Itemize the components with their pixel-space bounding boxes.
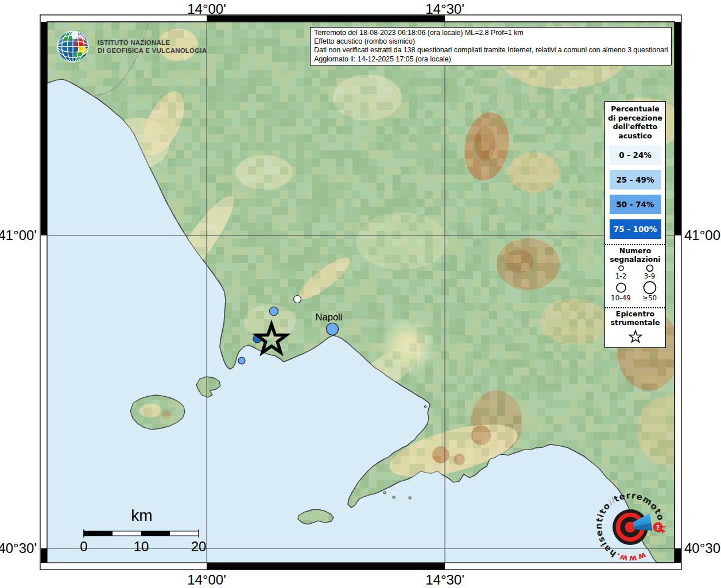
place-label-napoli: Napoli — [306, 312, 352, 323]
axis-label-right-bottom: 40°30' — [684, 540, 721, 556]
scale-tick-0: 0 — [80, 539, 87, 555]
haisentito-watermark-logo: ? www.haisentitoilterremoto.it — [584, 481, 676, 573]
ingv-name-line1: ISTITUTO NAZIONALE — [98, 38, 207, 47]
scale-tick-10: 10 — [134, 539, 149, 555]
axis-label-left-bottom: 40°30' — [0, 540, 37, 556]
felt-report-marker — [294, 296, 301, 303]
epicenter-star-icon — [627, 329, 644, 345]
scale-tick-20: 20 — [191, 539, 207, 555]
legend-title-epicentro: Epicentro strumentale — [610, 310, 660, 327]
axis-label-bottom-left: 14°00' — [187, 572, 226, 588]
event-info-box: Terremoto del 18-08-2023 06:18:06 (ora l… — [310, 27, 672, 65]
legend-class-25-49: 25 - 49% — [610, 170, 661, 189]
scale-unit: km — [75, 506, 209, 525]
legend-size-key: 1-2 3-9 10-49 ≥50 — [607, 264, 664, 302]
legend-title-segnalazioni: Numero segnalazioni — [610, 246, 660, 264]
haisentitoilterremoto-map: Napoli 14°00' 14°30' 14°00' 14°30' 41°00… — [0, 0, 721, 588]
axis-label-top-right: 14°30' — [425, 1, 464, 17]
legend-panel: Percentuale di percezione dell'effetto a… — [604, 101, 666, 348]
size-key-1-2: 1-2 — [610, 264, 633, 280]
event-title: Terremoto del 18-08-2023 06:18:06 (ora l… — [314, 29, 668, 37]
ingv-globe-icon — [56, 29, 92, 64]
legend-divider — [605, 244, 665, 245]
legend-divider — [605, 307, 665, 308]
scale-bar: km 0 10 20 — [75, 506, 209, 561]
size-key-10-49: 10-49 — [610, 281, 633, 302]
ingv-logo: ISTITUTO NAZIONALE DI GEOFISICA E VULCAN… — [56, 29, 207, 64]
axis-label-right-top: 41°00' — [684, 227, 721, 243]
axis-label-left-top: 41°00' — [0, 227, 37, 243]
axis-label-top-left: 14°00' — [187, 1, 226, 17]
ingv-name-line2: DI GEOFISICA E VULCANOLOGIA — [98, 47, 207, 55]
legend-title-percezione: Percentuale di percezione dell'effetto a… — [608, 105, 662, 140]
legend-class-50-74: 50 - 74% — [610, 195, 661, 214]
felt-report-marker — [238, 357, 245, 364]
felt-report-marker — [327, 323, 339, 335]
event-effect: Effetto acustico (rombo sismico) — [314, 37, 668, 46]
epicenter-star — [257, 324, 286, 353]
event-datanote: Dati non verificati estratti da 138 ques… — [314, 46, 668, 55]
size-key-3-9: 3-9 — [638, 264, 661, 280]
size-key-50plus: ≥50 — [638, 281, 661, 302]
legend-class-75-100: 75 - 100% — [610, 219, 661, 239]
axis-label-bottom-right: 14°30' — [425, 572, 464, 588]
legend-class-0-24: 0 - 24% — [610, 145, 661, 165]
event-updated: Aggiornato il: 14-12-2025 17:05 (ora loc… — [314, 55, 668, 64]
felt-report-marker — [270, 307, 278, 316]
